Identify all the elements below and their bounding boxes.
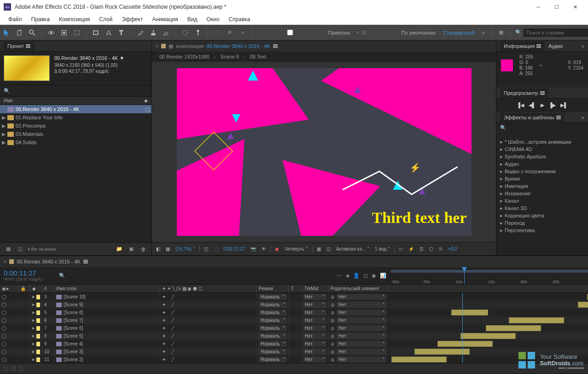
- layer-bar[interactable]: [391, 356, 447, 362]
- workspace-default[interactable]: По умолчанию: [398, 30, 439, 35]
- parent-dropdown[interactable]: Нет ˅: [337, 294, 386, 300]
- local-axis-mode[interactable]: ⬡: [211, 27, 222, 38]
- pickwhip-icon[interactable]: ◎: [331, 326, 335, 331]
- pickwhip-icon[interactable]: ◎: [331, 333, 335, 339]
- effects-list[interactable]: ▶* Шабло...астроек анимации▶CINEMA 4D▶Sy…: [496, 138, 588, 255]
- last-frame-button[interactable]: ▶▌: [560, 102, 568, 108]
- breadcrumb-item[interactable]: 00 Render 1920x1080: [159, 54, 210, 59]
- parent-dropdown[interactable]: Нет ˅: [337, 356, 386, 362]
- shy-icon[interactable]: 👤: [353, 273, 360, 279]
- toggle-modes-icon[interactable]: ⬚: [11, 365, 16, 371]
- exposure-value[interactable]: +0,0: [447, 246, 459, 251]
- motion-blur-icon[interactable]: ◉: [372, 273, 376, 279]
- pickwhip-icon[interactable]: ◎: [331, 357, 335, 362]
- maximize-button[interactable]: ☐: [547, 0, 566, 13]
- 3d-view-icon[interactable]: ◱: [325, 246, 332, 251]
- trkmat-dropdown[interactable]: Нет ˅: [303, 341, 326, 347]
- comp-thumbnail[interactable]: [4, 55, 50, 81]
- visibility-toggle[interactable]: [2, 342, 6, 346]
- layer-label[interactable]: [36, 350, 40, 354]
- effects-category[interactable]: ▶Перспектива: [496, 227, 588, 234]
- snapping-checkbox[interactable]: [258, 29, 322, 35]
- new-comp-button[interactable]: ▣: [127, 245, 136, 253]
- layer-bar[interactable]: [414, 349, 470, 355]
- timeline-layer[interactable]: ▶5[Scene 8]✦╱Нормаль ˅Нет ˅◎Нет ˅: [0, 309, 588, 316]
- visibility-toggle[interactable]: [2, 310, 6, 315]
- hand-tool[interactable]: [14, 27, 25, 38]
- new-comp-icon[interactable]: ◱: [16, 245, 25, 253]
- blend-mode-dropdown[interactable]: Нормаль ˅: [259, 294, 287, 300]
- lock-column-icon[interactable]: 🔒: [20, 286, 26, 291]
- next-frame-button[interactable]: ▐▶: [549, 102, 556, 108]
- pickwhip-icon[interactable]: ◎: [331, 341, 335, 346]
- eye-column-icon[interactable]: ◉: [2, 286, 6, 291]
- blend-mode-dropdown[interactable]: Нормаль ˅: [259, 317, 287, 323]
- trkmat-dropdown[interactable]: Нет ˅: [303, 294, 326, 300]
- delete-icon[interactable]: 🗑: [139, 245, 148, 253]
- effects-search-input[interactable]: [500, 131, 584, 136]
- selection-tool[interactable]: [1, 27, 12, 38]
- brush-tool[interactable]: [135, 27, 146, 38]
- effects-category[interactable]: ▶Канал: [496, 197, 588, 205]
- parent-dropdown[interactable]: Нет ˅: [337, 333, 386, 339]
- layer-bar[interactable]: [437, 341, 493, 347]
- visibility-toggle[interactable]: [2, 350, 6, 354]
- menu-effect[interactable]: Эффект: [117, 15, 147, 24]
- blend-mode-dropdown[interactable]: Нормаль ˅: [259, 356, 287, 362]
- blend-mode-dropdown[interactable]: Нормаль ˅: [259, 333, 287, 339]
- close-tab-icon[interactable]: ×: [4, 259, 6, 264]
- layer-label[interactable]: [36, 334, 40, 339]
- preview-tab[interactable]: Предпросмотр: [500, 88, 548, 98]
- menu-composition[interactable]: Композиция: [54, 15, 94, 24]
- menu-help[interactable]: Справка: [224, 15, 255, 24]
- layer-label[interactable]: [36, 357, 40, 362]
- col-name[interactable]: Имя: [4, 98, 12, 103]
- pickwhip-icon[interactable]: ◎: [331, 294, 335, 299]
- parent-dropdown[interactable]: Нет ˅: [337, 310, 386, 316]
- visibility-toggle[interactable]: [2, 295, 6, 299]
- layer-name[interactable]: [Scene 10]: [64, 294, 86, 299]
- effects-category[interactable]: ▶Канал 3D: [496, 205, 588, 212]
- menu-animation[interactable]: Анимация: [147, 15, 182, 24]
- blend-mode-dropdown[interactable]: Нормаль ˅: [259, 325, 287, 331]
- reset-exposure-icon[interactable]: ↻: [437, 246, 444, 251]
- effects-category[interactable]: ▶Переход: [496, 219, 588, 227]
- transparency-icon[interactable]: ▦: [315, 246, 322, 251]
- parent-dropdown[interactable]: Нет ˅: [337, 349, 386, 355]
- layer-label[interactable]: [36, 295, 40, 299]
- parent-dropdown[interactable]: Нет ˅: [337, 325, 386, 331]
- layer-bar[interactable]: [578, 302, 588, 308]
- pickwhip-icon[interactable]: ◎: [331, 302, 335, 307]
- effects-category[interactable]: ▶Время: [496, 175, 588, 182]
- timeline-search-input[interactable]: [69, 273, 333, 279]
- snapshot-icon[interactable]: 📷: [249, 246, 257, 251]
- workspace-overflow[interactable]: »: [478, 30, 489, 35]
- project-item[interactable]: ▶01.Replace Your Info: [0, 113, 151, 122]
- view-axis-mode[interactable]: ◈: [237, 27, 248, 38]
- project-item[interactable]: ▶02.Precomps: [0, 122, 151, 130]
- views-dropdown[interactable]: 1 вид ˅: [373, 246, 391, 251]
- pan-behind-tool[interactable]: [58, 27, 70, 38]
- frame-blend-icon[interactable]: ◫: [363, 273, 368, 279]
- layer-name[interactable]: [Scene 4]: [64, 341, 83, 346]
- layer-label[interactable]: [36, 303, 40, 307]
- pickwhip-icon[interactable]: ◎: [331, 310, 335, 315]
- visibility-toggle[interactable]: [2, 303, 6, 307]
- draft-3d-icon[interactable]: ◈: [346, 273, 349, 279]
- panel-overflow-icon[interactable]: »: [582, 43, 584, 49]
- timeline-layer[interactable]: ▶6[Scene 7]✦╱Нормаль ˅Нет ˅◎Нет ˅: [0, 316, 588, 324]
- graph-editor-icon[interactable]: 📊: [380, 273, 386, 279]
- project-tab[interactable]: Проект: [4, 41, 34, 51]
- trkmat-dropdown[interactable]: Нет ˅: [303, 317, 326, 323]
- breadcrumb-item[interactable]: 08.Text: [250, 54, 266, 59]
- help-search-input[interactable]: [524, 29, 588, 37]
- layer-bar[interactable]: [460, 333, 516, 339]
- mask-tool[interactable]: [71, 27, 82, 38]
- parent-dropdown[interactable]: Нет ˅: [337, 341, 386, 347]
- timeline-icon[interactable]: ☰: [418, 246, 425, 251]
- layer-name[interactable]: [Scene 8]: [64, 310, 83, 315]
- first-frame-button[interactable]: ▐◀: [517, 102, 524, 108]
- layer-name[interactable]: [Scene 2]: [64, 357, 83, 362]
- visibility-toggle[interactable]: [2, 357, 6, 362]
- show-snapshot-icon[interactable]: 👁: [260, 246, 268, 251]
